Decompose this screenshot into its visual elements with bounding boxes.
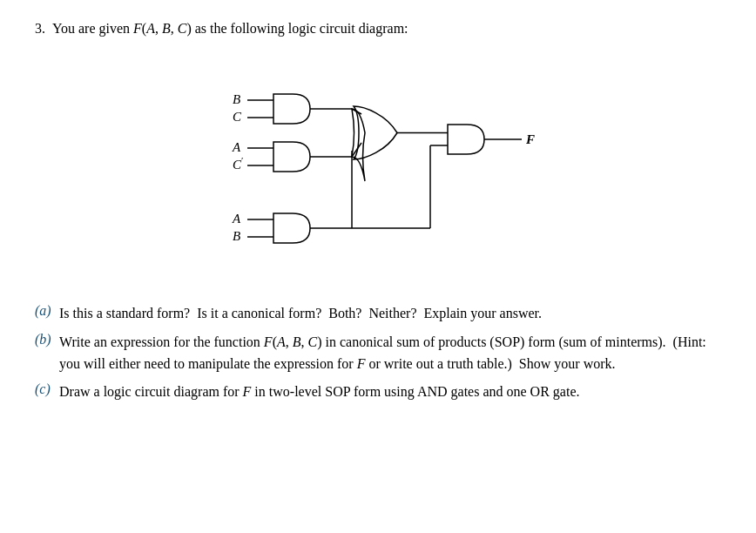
label-C1: C [233,110,242,124]
question-intro: You are given F(A, B, C) as the followin… [52,21,408,37]
label-B3: B [233,229,240,243]
label-A2: A [232,140,241,154]
parts-container: (a) Is this a standard form? Is it a can… [35,303,721,403]
part-a: (a) Is this a standard form? Is it a can… [35,303,721,325]
label-B1: B [233,92,240,106]
part-b-text: Write an expression for the function F(A… [59,332,721,375]
question-number: 3. [35,21,45,37]
part-c: (c) Draw a logic circuit diagram for F i… [35,381,721,403]
label-F: F [525,132,535,146]
question-header: 3. You are given F(A, B, C) as the follo… [35,21,721,37]
label-A3: A [232,212,241,226]
part-c-text: Draw a logic circuit diagram for F in tw… [59,381,721,403]
circuit-diagram: svg text { font-family: "Times New Roman… [35,52,721,287]
part-b: (b) Write an expression for the function… [35,332,721,375]
part-c-label: (c) [35,381,56,397]
part-b-label: (b) [35,332,56,347]
part-a-label: (a) [35,303,56,319]
label-Cprime: C′ [233,155,243,172]
part-a-text: Is this a standard form? Is it a canonic… [59,303,721,325]
